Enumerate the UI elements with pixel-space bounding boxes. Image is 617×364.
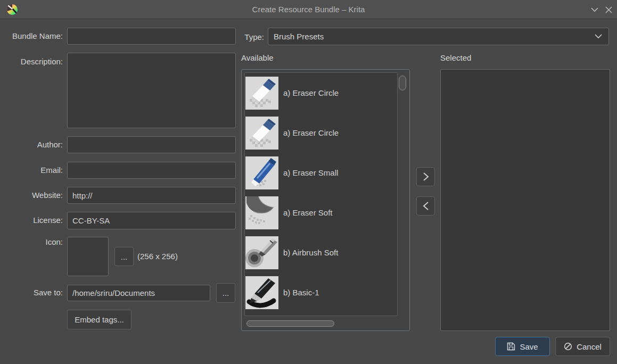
horizontal-scrollbar-thumb[interactable] <box>246 320 334 327</box>
create-resource-bundle-dialog: Create Resource Bundle – Krita Bundle Na… <box>0 0 617 364</box>
eraser-soft-icon <box>245 196 278 229</box>
available-list-item[interactable]: a) Eraser Small <box>245 153 397 193</box>
basic-1-icon <box>245 276 278 309</box>
save-button[interactable]: Save <box>495 337 550 356</box>
icon-label: Icon: <box>4 237 63 246</box>
remove-from-selected-button[interactable] <box>416 196 435 216</box>
description-textarea[interactable] <box>67 53 236 128</box>
save-to-label: Save to: <box>4 288 63 297</box>
available-item-label: a) Eraser Small <box>283 168 338 177</box>
available-item-label: a) Eraser Circle <box>283 128 339 137</box>
available-list-item[interactable]: b) Airbrush Soft <box>245 233 397 272</box>
window-close-button[interactable] <box>602 3 615 16</box>
eraser-circle-icon <box>245 77 278 110</box>
available-list-item[interactable]: a) Eraser Circle <box>245 73 397 113</box>
email-input[interactable] <box>67 162 236 179</box>
available-list[interactable]: a) Eraser Circle a) Eraser Circle a) Era… <box>244 72 398 316</box>
email-label: Email: <box>4 166 63 175</box>
save-to-browse-button[interactable]: ... <box>216 283 235 303</box>
cancel-icon <box>564 342 572 351</box>
save-button-label: Save <box>520 342 538 351</box>
icon-preview-box <box>67 237 109 276</box>
airbrush-soft-icon <box>245 236 278 269</box>
available-item-label: b) Airbrush Soft <box>283 248 338 257</box>
website-label: Website: <box>4 191 63 200</box>
save-to-input[interactable] <box>67 285 210 301</box>
window-title: Create Resource Bundle – Krita <box>0 0 617 19</box>
eraser-circle-icon <box>245 117 278 150</box>
website-input[interactable] <box>67 187 236 204</box>
license-input[interactable] <box>67 212 236 229</box>
description-label: Description: <box>4 57 63 66</box>
add-to-selected-button[interactable] <box>416 167 435 186</box>
selected-list[interactable] <box>440 69 610 331</box>
available-item-label: b) Basic-1 <box>283 288 319 297</box>
type-combobox-value: Brush Presets <box>274 32 595 41</box>
embed-tags-button[interactable]: Embed tags... <box>67 310 131 329</box>
eraser-small-icon <box>245 156 278 189</box>
bundle-name-input[interactable] <box>67 28 236 45</box>
cancel-button-label: Cancel <box>577 342 602 351</box>
titlebar[interactable]: Create Resource Bundle – Krita <box>0 0 617 19</box>
save-floppy-icon <box>507 342 515 351</box>
available-list-item[interactable]: b) Basic-1 <box>245 272 397 312</box>
available-item-label: a) Eraser Circle <box>283 88 339 97</box>
author-label: Author: <box>4 140 63 149</box>
close-icon <box>605 6 612 13</box>
window-shade-button[interactable] <box>588 3 601 16</box>
vertical-scrollbar-thumb[interactable] <box>399 76 406 90</box>
icon-size-hint: (256 x 256) <box>137 252 178 261</box>
selected-heading: Selected <box>440 53 471 62</box>
bundle-name-label: Bundle Name: <box>4 31 63 40</box>
type-label: Type: <box>227 32 264 42</box>
chevron-down-icon <box>595 34 602 39</box>
available-group: a) Eraser Circle a) Eraser Circle a) Era… <box>241 69 410 331</box>
license-label: License: <box>4 216 63 225</box>
type-combobox[interactable]: Brush Presets <box>268 28 609 45</box>
chevron-right-icon <box>422 172 430 181</box>
available-list-item[interactable]: a) Eraser Soft <box>245 193 397 233</box>
chevron-left-icon <box>422 201 430 211</box>
available-list-item[interactable]: a) Eraser Circle <box>245 113 397 153</box>
cancel-button[interactable]: Cancel <box>555 337 610 356</box>
chevron-down-icon <box>591 7 598 12</box>
author-input[interactable] <box>67 136 236 153</box>
available-item-label: a) Eraser Soft <box>283 208 333 217</box>
icon-browse-button[interactable]: ... <box>114 247 134 266</box>
available-heading: Available <box>241 53 274 62</box>
